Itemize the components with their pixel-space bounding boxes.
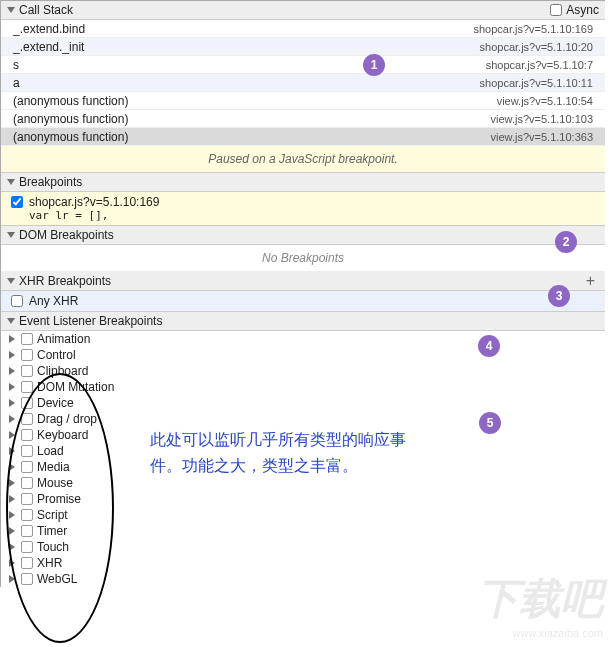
chevron-right-icon [9,559,15,567]
event-category-checkbox[interactable] [21,413,33,425]
frame-function: (anonymous function) [13,112,491,126]
frame-function: _.extend.bind [13,22,473,36]
frame-function: _.extend._init [13,40,480,54]
callstack-header[interactable]: Call Stack Async [1,1,605,20]
event-category-label: Timer [37,524,67,538]
event-category-checkbox[interactable] [21,333,33,345]
add-xhr-breakpoint-button[interactable]: + [582,272,599,290]
event-category[interactable]: XHR [1,555,605,571]
chevron-right-icon [9,543,15,551]
event-breakpoints-title: Event Listener Breakpoints [19,314,599,328]
any-xhr-row[interactable]: Any XHR [1,291,605,312]
event-category-label: DOM Mutation [37,380,114,394]
event-category[interactable]: Device [1,395,605,411]
frame-location: shopcar.js?v=5.1.10:11 [480,77,593,89]
frame-function: s [13,58,486,72]
any-xhr-checkbox[interactable] [11,295,23,307]
event-category[interactable]: Animation [1,331,605,347]
frame-location: shopcar.js?v=5.1.10:169 [473,23,593,35]
callstack-frame[interactable]: sshopcar.js?v=5.1.10:7 [1,56,605,74]
breakpoint-checkbox[interactable] [11,196,23,208]
frame-function: (anonymous function) [13,130,491,144]
annotation-badge-1: 1 [363,54,385,76]
chevron-right-icon [9,575,15,583]
chevron-right-icon [9,511,15,519]
paused-message: Paused on a JavaScript breakpoint. [1,146,605,173]
breakpoints-title: Breakpoints [19,175,599,189]
any-xhr-label: Any XHR [29,294,78,308]
event-category[interactable]: WebGL [1,571,605,587]
event-category-checkbox[interactable] [21,429,33,441]
event-category-checkbox[interactable] [21,557,33,569]
event-category-label: Touch [37,540,69,554]
callstack-frame[interactable]: (anonymous function)view.js?v=5.1.10:103 [1,110,605,128]
event-category-checkbox[interactable] [21,493,33,505]
event-category-checkbox[interactable] [21,445,33,457]
chevron-right-icon [9,367,15,375]
event-category[interactable]: Timer [1,523,605,539]
event-category[interactable]: Clipboard [1,363,605,379]
chevron-down-icon [7,318,15,324]
event-category-checkbox[interactable] [21,525,33,537]
event-category[interactable]: Drag / drop [1,411,605,427]
xhr-breakpoints-header[interactable]: XHR Breakpoints + [1,272,605,291]
event-category[interactable]: Promise [1,491,605,507]
chevron-down-icon [7,278,15,284]
annotation-text: 此处可以监听几乎所有类型的响应事件。功能之大，类型之丰富。 [150,427,410,478]
event-category-label: Media [37,460,70,474]
callstack-title: Call Stack [19,3,546,17]
chevron-right-icon [9,383,15,391]
annotation-badge-4: 4 [478,335,500,357]
event-category-label: Load [37,444,64,458]
event-category-label: Control [37,348,76,362]
frame-function: (anonymous function) [13,94,497,108]
chevron-right-icon [9,527,15,535]
breakpoint-label: shopcar.js?v=5.1.10:169 [29,195,159,209]
event-category-checkbox[interactable] [21,349,33,361]
callstack-frame[interactable]: _.extend.bindshopcar.js?v=5.1.10:169 [1,20,605,38]
chevron-right-icon [9,415,15,423]
event-category-label: Device [37,396,74,410]
event-category-checkbox[interactable] [21,365,33,377]
callstack-frame[interactable]: _.extend._initshopcar.js?v=5.1.10:20 [1,38,605,56]
callstack-frame[interactable]: (anonymous function)view.js?v=5.1.10:363 [1,128,605,146]
event-category-label: Clipboard [37,364,88,378]
chevron-right-icon [9,495,15,503]
breakpoint-item[interactable]: shopcar.js?v=5.1.10:169 var lr = [], [1,192,605,226]
chevron-right-icon [9,335,15,343]
watermark-url: www.xiazaiba.com [477,627,603,639]
breakpoint-code: var lr = [], [11,209,595,222]
event-breakpoints-header[interactable]: Event Listener Breakpoints [1,312,605,331]
chevron-right-icon [9,351,15,359]
event-category-label: Drag / drop [37,412,97,426]
async-checkbox[interactable] [550,4,562,16]
chevron-right-icon [9,463,15,471]
chevron-right-icon [9,399,15,407]
xhr-breakpoints-title: XHR Breakpoints [19,274,578,288]
dom-breakpoints-empty: No Breakpoints [1,245,605,272]
frame-location: view.js?v=5.1.10:103 [491,113,593,125]
chevron-right-icon [9,431,15,439]
dom-breakpoints-title: DOM Breakpoints [19,228,599,242]
event-category-checkbox[interactable] [21,461,33,473]
async-toggle[interactable]: Async [550,3,599,17]
event-category-label: Animation [37,332,90,346]
event-category[interactable]: Touch [1,539,605,555]
event-category-checkbox[interactable] [21,509,33,521]
event-category-checkbox[interactable] [21,477,33,489]
callstack-frame[interactable]: ashopcar.js?v=5.1.10:11 [1,74,605,92]
event-category-checkbox[interactable] [21,541,33,553]
event-category-checkbox[interactable] [21,381,33,393]
callstack-frame[interactable]: (anonymous function)view.js?v=5.1.10:54 [1,92,605,110]
dom-breakpoints-header[interactable]: DOM Breakpoints [1,226,605,245]
event-category[interactable]: Script [1,507,605,523]
event-category[interactable]: DOM Mutation [1,379,605,395]
chevron-down-icon [7,179,15,185]
event-category-checkbox[interactable] [21,397,33,409]
event-category[interactable]: Control [1,347,605,363]
chevron-right-icon [9,447,15,455]
annotation-badge-3: 3 [548,285,570,307]
chevron-down-icon [7,232,15,238]
breakpoints-header[interactable]: Breakpoints [1,173,605,192]
event-category-checkbox[interactable] [21,573,33,585]
